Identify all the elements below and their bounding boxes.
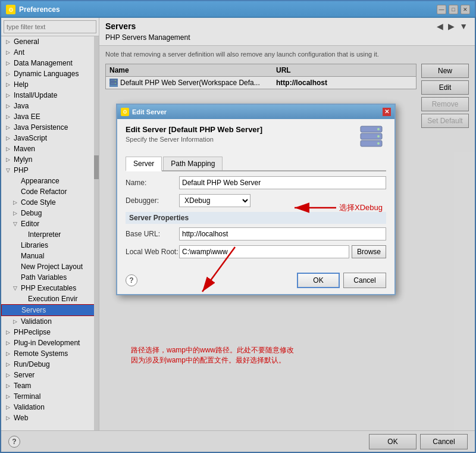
modal-heading-area: Edit Server [Default PHP Web Server] Spe… — [126, 125, 262, 148]
title-bar-controls: — □ ✕ — [437, 5, 470, 14]
modal-title-left: ⚙ Edit Server — [121, 108, 167, 116]
modal-ok-button[interactable]: OK — [297, 273, 340, 288]
modal-subheading: Specify the Server Information — [126, 136, 262, 143]
base-url-label: Base URL: — [126, 230, 179, 238]
modal-body: Edit Server [Default PHP Web Server] Spe… — [117, 119, 394, 269]
modal-title-icon: ⚙ — [121, 108, 129, 116]
name-field-row: Name: — [126, 176, 386, 189]
local-web-root-label: Local Web Root: — [126, 248, 179, 256]
local-web-root-input[interactable] — [179, 245, 349, 258]
title-bar: ⚙ Preferences — □ ✕ — [1, 1, 475, 18]
local-web-root-row: Local Web Root: Browse — [126, 245, 386, 258]
modal-title-bar: ⚙ Edit Server ✕ — [117, 105, 394, 119]
window-title: Preferences — [19, 5, 60, 14]
debugger-field-row: Debugger: XDebug Zend Debugger — [126, 194, 386, 207]
modal-help-icon[interactable]: ? — [126, 274, 137, 286]
debugger-label: Debugger: — [126, 196, 179, 205]
svg-point-8 — [377, 135, 380, 138]
modal-tabs: Server Path Mapping — [126, 157, 386, 171]
modal-overlay: ⚙ Edit Server ✕ Edit Server [Default PHP… — [0, 17, 476, 453]
server-graphic — [359, 125, 386, 157]
modal-cancel-button[interactable]: Cancel — [343, 273, 386, 288]
edit-server-dialog: ⚙ Edit Server ✕ Edit Server [Default PHP… — [116, 104, 396, 295]
modal-close-button[interactable]: ✕ — [383, 108, 391, 116]
tab-path-mapping[interactable]: Path Mapping — [163, 157, 223, 170]
server-svg — [359, 125, 383, 155]
svg-point-7 — [377, 128, 380, 130]
close-button[interactable]: ✕ — [461, 5, 470, 14]
server-properties-header: Server Properties — [126, 212, 386, 224]
name-label: Name: — [126, 179, 179, 187]
svg-point-9 — [377, 142, 380, 145]
debugger-select[interactable]: XDebug Zend Debugger — [179, 194, 250, 207]
title-bar-left: ⚙ Preferences — [6, 5, 60, 14]
maximize-button[interactable]: □ — [449, 5, 458, 14]
browse-button[interactable]: Browse — [352, 245, 386, 258]
modal-footer-buttons: OK Cancel — [297, 273, 386, 288]
name-input[interactable] — [179, 176, 386, 189]
base-url-row: Base URL: — [126, 227, 386, 240]
modal-footer: ? OK Cancel — [117, 269, 394, 294]
tab-server[interactable]: Server — [126, 157, 162, 171]
minimize-button[interactable]: — — [437, 5, 446, 14]
modal-title-text: Edit Server — [132, 108, 167, 115]
base-url-input[interactable] — [179, 227, 386, 240]
window-icon: ⚙ — [6, 5, 15, 14]
modal-heading: Edit Server [Default PHP Web Server] — [126, 125, 262, 134]
